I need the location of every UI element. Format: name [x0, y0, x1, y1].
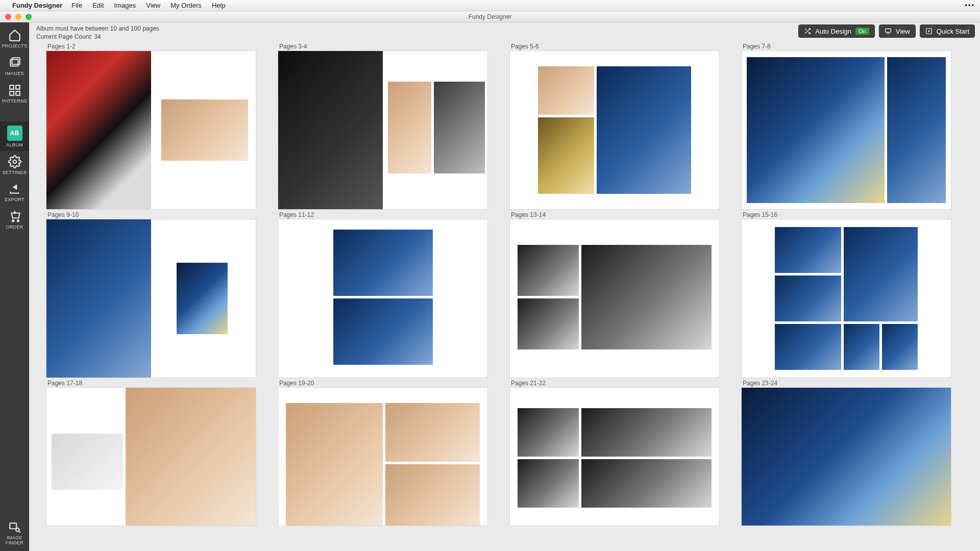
sidebar-item-label: IMAGES: [5, 71, 24, 77]
auto-design-label: Auto Design: [815, 28, 851, 35]
svg-point-8: [17, 220, 18, 221]
grid-icon: [8, 84, 21, 97]
album-badge-icon: AB: [7, 126, 22, 141]
play-icon: [925, 28, 933, 35]
window-minimize-button[interactable]: [15, 14, 21, 20]
sidebar-item-album[interactable]: AB ALBUM: [0, 121, 29, 151]
content-area: Album must have between 10 and 100 pages…: [29, 22, 980, 551]
sidebar-item-projects[interactable]: PROJECTS: [0, 24, 29, 52]
quick-start-label: Quick Start: [937, 28, 969, 35]
sidebar: PROJECTS IMAGES PATTERNS AB ALBUM SETTIN…: [0, 22, 29, 551]
sidebar-item-label: SETTINGS: [3, 170, 27, 176]
auto-design-state: On: [855, 28, 869, 35]
album-spread[interactable]: [510, 51, 719, 209]
svg-rect-4: [10, 91, 14, 95]
album-spread[interactable]: [278, 219, 487, 378]
menu-item-myorders[interactable]: My Orders: [170, 2, 202, 9]
album-spread[interactable]: [46, 219, 256, 378]
sidebar-item-label: PATTERNS: [2, 99, 27, 104]
sidebar-item-label: EXPORT: [5, 197, 24, 203]
sidebar-item-label: ALBUM: [6, 143, 23, 148]
sidebar-item-images[interactable]: IMAGES: [0, 52, 29, 80]
sidebar-item-settings[interactable]: SETTINGS: [0, 151, 29, 179]
album-spread[interactable]: [278, 51, 487, 209]
spread-label: Pages 3-4: [279, 43, 487, 50]
menu-extras-icon[interactable]: •••: [965, 2, 975, 9]
sidebar-item-image-finder[interactable]: IMAGEFINDER: [0, 516, 29, 551]
spread-label: Pages 17-18: [47, 380, 256, 387]
view-button[interactable]: View: [879, 24, 916, 38]
spread-label: Pages 13-14: [511, 211, 719, 218]
page-constraint-text: Album must have between 10 and 100 pages: [36, 24, 159, 33]
window-controls: [0, 14, 32, 20]
spread-label: Pages 19-20: [279, 380, 487, 387]
menu-item-images[interactable]: Images: [114, 2, 136, 9]
sidebar-item-label: PROJECTS: [2, 44, 27, 49]
page-count-text: Current Page Count: 34: [36, 33, 159, 41]
album-spread[interactable]: [46, 51, 256, 209]
svg-rect-5: [16, 91, 20, 95]
svg-rect-2: [10, 85, 14, 89]
spread-label: Pages 1-2: [47, 43, 256, 50]
svg-point-7: [12, 220, 14, 221]
auto-design-button[interactable]: Auto Design On: [798, 24, 875, 38]
shuffle-icon: [804, 28, 811, 35]
menu-item-help[interactable]: Help: [212, 2, 226, 9]
album-info: Album must have between 10 and 100 pages…: [36, 24, 159, 41]
spread-label: Pages 23-24: [743, 380, 951, 387]
info-toolbar: Album must have between 10 and 100 pages…: [29, 22, 980, 39]
album-spread[interactable]: [742, 219, 951, 378]
spread-label: Pages 15-16: [743, 211, 951, 218]
svg-rect-9: [10, 523, 16, 529]
album-spread[interactable]: [46, 388, 256, 525]
window-title: Fundy Designer: [0, 13, 980, 20]
album-spread[interactable]: [510, 219, 719, 378]
album-spread[interactable]: [510, 388, 719, 525]
spread-label: Pages 5-6: [511, 43, 719, 50]
images-stack-icon: [8, 56, 21, 69]
window-zoom-button[interactable]: [26, 14, 32, 20]
menu-item-edit[interactable]: Edit: [92, 2, 104, 9]
album-spread[interactable]: [278, 388, 487, 525]
sidebar-item-label: IMAGEFINDER: [6, 536, 23, 546]
spread-label: Pages 11-12: [279, 211, 487, 218]
cart-download-icon: [8, 210, 21, 223]
sidebar-item-export[interactable]: EXPORT: [0, 178, 29, 206]
view-label: View: [896, 28, 910, 35]
svg-rect-11: [886, 29, 891, 32]
image-finder-icon: [8, 520, 21, 534]
menu-item-view[interactable]: View: [146, 2, 160, 9]
spread-label: Pages 9-10: [47, 211, 256, 218]
spread-label: Pages 21-22: [511, 380, 719, 387]
monitor-icon: [885, 28, 892, 35]
sidebar-item-order[interactable]: ORDER: [0, 206, 29, 233]
album-spread[interactable]: [742, 388, 951, 525]
spread-label: Pages 7-8: [743, 43, 951, 50]
export-arrow-icon: [8, 182, 21, 195]
gear-icon: [8, 155, 21, 168]
window-close-button[interactable]: [5, 14, 11, 20]
sidebar-item-label: ORDER: [6, 225, 23, 230]
home-icon: [8, 29, 21, 42]
svg-point-6: [13, 160, 16, 163]
quick-start-button[interactable]: Quick Start: [920, 24, 975, 38]
menu-app-name[interactable]: Fundy Designer: [12, 2, 62, 9]
mac-menu-bar: Fundy Designer File Edit Images View My …: [0, 0, 980, 11]
svg-rect-3: [16, 85, 20, 89]
svg-point-10: [16, 528, 19, 532]
window-title-bar: Fundy Designer: [0, 11, 980, 22]
sidebar-item-patterns[interactable]: PATTERNS: [0, 80, 29, 107]
album-spread[interactable]: [742, 51, 951, 209]
spread-grid[interactable]: Pages 1-2 Pages 3-4 Pages 5-6: [29, 41, 980, 551]
menu-item-file[interactable]: File: [71, 2, 82, 9]
